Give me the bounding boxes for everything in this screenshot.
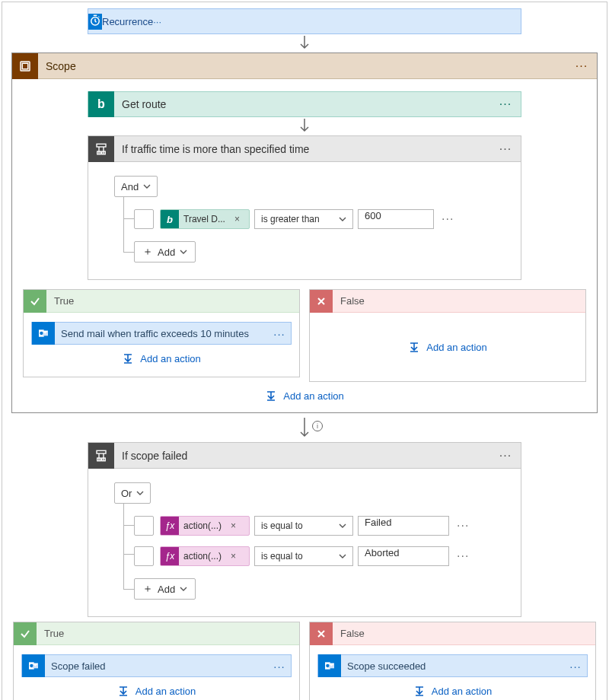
row-checkbox[interactable]	[134, 546, 154, 566]
condition-scope-failed-header[interactable]: If scope failed ···	[88, 443, 521, 469]
token-travel-duration[interactable]: b Travel D... ×	[160, 209, 250, 229]
token-remove[interactable]: ×	[226, 520, 241, 531]
outer-true-header: True	[14, 622, 299, 645]
branch-false-header: False	[310, 290, 585, 313]
token-remove[interactable]: ×	[230, 214, 244, 224]
value-input[interactable]: Failed	[358, 516, 449, 536]
outer-branch-false: False Scope succeeded ··· Add an action	[309, 622, 596, 700]
add-condition-row[interactable]: ＋ Add	[134, 241, 196, 262]
add-action-icon	[117, 685, 129, 697]
action-send-mail-menu[interactable]: ···	[268, 327, 291, 340]
trigger-title: Recurrence	[102, 16, 153, 27]
outer-false-header: False	[310, 622, 595, 645]
row-menu[interactable]: ···	[457, 519, 469, 533]
chevron-down-icon	[339, 552, 346, 560]
arrow-down-icon	[298, 418, 311, 439]
svg-point-17	[326, 664, 329, 667]
group-op-selector[interactable]: And	[114, 176, 158, 197]
action-scope-failed-menu[interactable]: ···	[268, 660, 291, 673]
row-menu[interactable]: ···	[442, 212, 454, 226]
svg-rect-9	[97, 450, 106, 453]
trigger-menu[interactable]: ···	[153, 16, 161, 27]
outlook-icon	[32, 322, 55, 345]
token-expression[interactable]: ƒx action(...) ×	[160, 546, 250, 566]
group-op-label: Or	[121, 488, 132, 499]
action-send-mail-title: Send mail when traffic exceeds 10 minute…	[55, 328, 268, 339]
operator-label: is equal to	[261, 520, 303, 531]
scope-title: Scope	[38, 60, 566, 72]
add-label: Add	[158, 247, 175, 258]
action-get-route[interactable]: b Get route ···	[88, 91, 521, 117]
branch-true-header: True	[24, 290, 299, 313]
action-scope-succeeded-menu[interactable]: ···	[564, 660, 587, 673]
chevron-down-icon	[143, 183, 151, 190]
svg-rect-3	[97, 144, 106, 147]
outer-add-action-false[interactable]: Add an action	[317, 677, 588, 700]
condition-row: ƒx action(...) × is equal to Failed ···	[114, 513, 504, 539]
svg-point-14	[30, 664, 33, 667]
condition-traffic-header[interactable]: If traffic time is more than specified t…	[88, 136, 521, 162]
chevron-down-icon	[339, 522, 346, 530]
scope-header[interactable]: Scope ···	[12, 53, 597, 79]
add-action-icon	[413, 685, 426, 697]
info-icon[interactable]: i	[312, 421, 323, 431]
action-scope-failed[interactable]: Scope failed ···	[21, 654, 292, 677]
get-route-menu[interactable]: ···	[490, 97, 521, 111]
condition-row: ƒx action(...) × is equal to Aborted ···	[114, 543, 504, 569]
chevron-down-icon	[339, 215, 346, 223]
value-input[interactable]: Aborted	[358, 546, 449, 566]
branch-false: False Add an action	[309, 289, 586, 382]
scope-menu[interactable]: ···	[566, 59, 597, 73]
clock-icon	[88, 14, 102, 30]
row-checkbox[interactable]	[134, 516, 154, 536]
action-scope-succeeded[interactable]: Scope succeeded ···	[317, 654, 588, 677]
token-remove[interactable]: ×	[226, 551, 241, 562]
chevron-down-icon	[136, 489, 144, 497]
add-action-icon	[408, 341, 420, 353]
branch-false-label: False	[333, 295, 365, 307]
operator-label: is equal to	[261, 551, 303, 562]
add-action-icon	[122, 352, 134, 364]
add-condition-row-2[interactable]: ＋ Add	[134, 578, 196, 600]
operator-label: is greater than	[261, 214, 320, 224]
condition2-title: If scope failed	[114, 450, 490, 462]
condition-row: b Travel D... × is greater than 600 ···	[114, 206, 504, 232]
condition-scope-failed: If scope failed ··· Or ƒx action(...) ×	[88, 442, 521, 617]
row-menu[interactable]: ···	[457, 549, 469, 563]
branch-true: True Send mail when traffic exceeds 10 m…	[23, 289, 300, 377]
group-op-selector-2[interactable]: Or	[114, 482, 151, 504]
arrow-down-icon	[298, 36, 311, 51]
condition-icon	[88, 136, 114, 162]
svg-point-8	[40, 332, 43, 335]
chevron-down-icon	[180, 585, 187, 593]
x-icon	[310, 622, 333, 645]
condition-traffic: If traffic time is more than specified t…	[88, 135, 521, 280]
token-expression[interactable]: ƒx action(...) ×	[160, 516, 250, 536]
outer-true-label: True	[37, 628, 64, 639]
action-send-mail[interactable]: Send mail when traffic exceeds 10 minute…	[31, 322, 292, 345]
operator-select[interactable]: is equal to	[254, 546, 353, 566]
add-label: Add	[158, 584, 175, 595]
row-checkbox[interactable]	[134, 209, 154, 229]
fx-icon: ƒx	[161, 546, 179, 566]
add-action-true[interactable]: Add an action	[31, 345, 292, 368]
get-route-title: Get route	[114, 98, 490, 110]
outer-add-action-true[interactable]: Add an action	[21, 677, 292, 700]
operator-select[interactable]: is greater than	[254, 209, 353, 229]
scope-icon	[12, 53, 38, 79]
plus-icon: ＋	[142, 245, 153, 259]
group-op-label: And	[121, 181, 139, 192]
condition-icon	[88, 443, 114, 469]
trigger-recurrence[interactable]: Recurrence ···	[88, 8, 521, 34]
branch-true-label: True	[46, 295, 74, 307]
outer-branch-true: True Scope failed ··· Add an action	[13, 622, 300, 700]
check-icon	[24, 290, 46, 313]
operator-select[interactable]: is equal to	[254, 516, 353, 536]
token-label: action(...)	[179, 551, 226, 562]
condition2-menu[interactable]: ···	[490, 449, 521, 463]
add-action-false[interactable]: Add an action	[408, 341, 487, 353]
value-input[interactable]: 600	[358, 209, 434, 229]
condition-traffic-menu[interactable]: ···	[490, 142, 521, 156]
scope-add-action[interactable]: Add an action	[12, 382, 597, 405]
outlook-icon	[22, 654, 45, 677]
